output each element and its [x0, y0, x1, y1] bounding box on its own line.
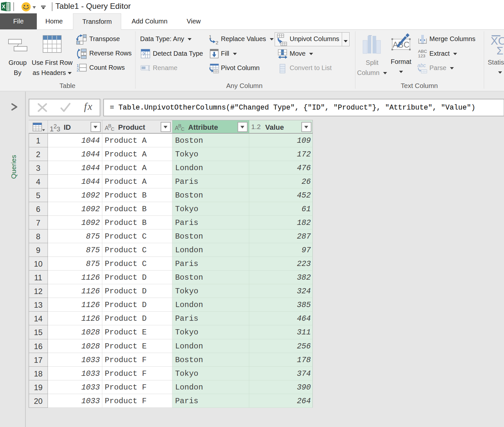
- svg-text:2: 2: [77, 67, 79, 72]
- svg-text:?: ?: [142, 51, 145, 57]
- svg-text:abc: abc: [417, 63, 426, 68]
- svg-text:Σ: Σ: [497, 44, 503, 57]
- svg-text:Statistics: Statistics: [488, 59, 504, 66]
- svg-text:123: 123: [418, 53, 425, 58]
- svg-text:2: 2: [216, 40, 218, 45]
- svg-text:X: X: [2, 4, 6, 9]
